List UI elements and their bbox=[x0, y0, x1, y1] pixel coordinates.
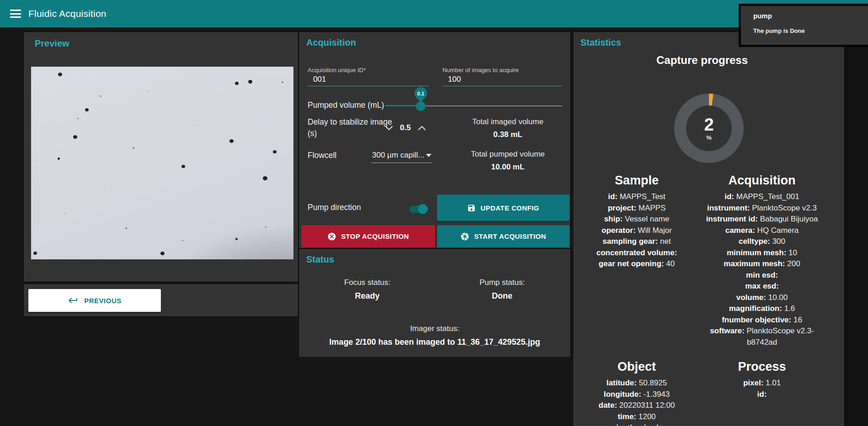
slider-handle[interactable] bbox=[416, 101, 426, 111]
plankton-particle bbox=[235, 82, 239, 85]
acquisition-id-value[interactable]: 001 bbox=[308, 75, 429, 84]
toggle-knob[interactable] bbox=[418, 204, 428, 214]
plankton-particle bbox=[133, 147, 134, 149]
cancel-icon bbox=[327, 232, 336, 241]
stat-row: longitude: -1.3943 bbox=[574, 389, 699, 400]
plankton-particle bbox=[77, 118, 79, 119]
num-images-field[interactable]: Number of images to acquire 100 bbox=[442, 67, 562, 86]
page-title: Fluidic Acquisition bbox=[28, 8, 107, 19]
imager-status-value: Image 2/100 has been imaged to 11_36_17_… bbox=[300, 337, 570, 347]
input-underline bbox=[442, 86, 562, 86]
section-heading: Process bbox=[699, 360, 825, 374]
stat-row: id: bbox=[699, 389, 825, 400]
gauge-value: 2 bbox=[704, 116, 714, 133]
stat-row: latitude: 50.8925 bbox=[574, 378, 699, 389]
plankton-particle bbox=[229, 139, 234, 143]
stat-row: time: 1200 bbox=[574, 411, 699, 423]
start-acquisition-label: START ACQUISITION bbox=[474, 232, 546, 240]
start-acquisition-button[interactable]: START ACQUISITION bbox=[437, 225, 570, 247]
plankton-particle bbox=[235, 238, 238, 240]
app-header: Fluidic Acquisition bbox=[0, 0, 868, 27]
stat-row: max esd: bbox=[699, 281, 825, 292]
plankton-particle bbox=[181, 165, 185, 168]
plankton-particle bbox=[148, 91, 149, 92]
navigation-panel: PREVIOUS bbox=[24, 284, 298, 316]
pump-status-label: Pump status: bbox=[435, 278, 570, 287]
input-underline bbox=[308, 86, 429, 86]
stats-section-acquisition: Acquisitionid: MAPPS_Test_001instrument:… bbox=[699, 174, 825, 348]
stat-row: pixel: 1.01 bbox=[699, 378, 825, 389]
plankton-particle bbox=[33, 252, 37, 255]
update-config-button[interactable]: UPDATE CONFIG bbox=[437, 195, 570, 221]
dropdown-caret-icon bbox=[426, 154, 431, 157]
status-panel-title: Status bbox=[306, 254, 334, 265]
section-heading: Acquisition bbox=[699, 174, 825, 188]
total-imaged-volume: Total imaged volume 0.38 mL bbox=[451, 117, 565, 139]
plankton-particle bbox=[265, 226, 266, 228]
capture-progress-title: Capture progress bbox=[574, 54, 830, 67]
total-pumped-value: 10.00 mL bbox=[451, 163, 565, 172]
plankton-particle bbox=[213, 203, 214, 204]
delay-value[interactable]: 0.5 bbox=[400, 123, 411, 132]
acquisition-id-field[interactable]: Acquisition unique ID* 001 bbox=[308, 67, 429, 86]
focus-status: Focus status: Ready bbox=[300, 278, 435, 301]
section-heading: Object bbox=[574, 360, 699, 374]
status-panel: Status Focus status: Ready Pump status: … bbox=[299, 249, 570, 357]
stat-row: volume: 10.00 bbox=[699, 292, 825, 304]
menu-icon[interactable] bbox=[10, 10, 21, 18]
stat-row: operator: Will Major bbox=[574, 225, 699, 237]
imager-status: Imager status: Image 2/100 has been imag… bbox=[300, 324, 570, 347]
plankton-particle bbox=[64, 213, 65, 214]
stop-acquisition-button[interactable]: STOP ACQUISITION bbox=[301, 225, 435, 247]
flowcell-dropdown[interactable]: 300 µm capill... bbox=[371, 151, 432, 163]
focus-status-value: Ready bbox=[300, 291, 435, 301]
num-images-label: Number of images to acquire bbox=[442, 67, 562, 74]
acquisition-panel: Acquisition Acquisition unique ID* 001 N… bbox=[299, 32, 570, 248]
plankton-particle bbox=[85, 108, 89, 111]
pump-direction-toggle[interactable] bbox=[410, 205, 426, 213]
notification-title: pump bbox=[753, 12, 868, 20]
return-arrow-icon bbox=[68, 295, 79, 306]
plankton-particle bbox=[73, 135, 77, 139]
plankton-particle bbox=[273, 150, 277, 153]
stat-row: concentrated volume: bbox=[574, 247, 699, 259]
stat-row: date: 20220311 12:00 bbox=[574, 400, 699, 411]
total-imaged-value: 0.38 mL bbox=[451, 130, 565, 139]
plankton-particle bbox=[160, 252, 165, 255]
update-config-label: UPDATE CONFIG bbox=[480, 204, 539, 212]
plankton-particle bbox=[182, 240, 183, 241]
save-icon bbox=[467, 204, 476, 212]
num-images-value[interactable]: 100 bbox=[442, 75, 562, 84]
delay-label: Delay to stabilize image (s) bbox=[308, 116, 394, 139]
delay-stepper: 0.5 bbox=[384, 123, 426, 132]
slider-fill bbox=[385, 105, 421, 106]
stat-row: celltype: 300 bbox=[699, 236, 825, 247]
stat-row: depth min: 1 bbox=[574, 422, 699, 426]
chevron-up-icon[interactable] bbox=[417, 125, 426, 131]
stat-row: min esd: bbox=[699, 270, 825, 281]
statistics-sections: Sampleid: MAPPS_Testproject: MAPPSship: … bbox=[574, 174, 825, 426]
slider-value: 0.1 bbox=[415, 87, 427, 100]
stat-row: instrument: PlanktoScope v2.3 bbox=[699, 203, 825, 214]
pumped-volume-slider[interactable]: 0.1 bbox=[385, 101, 562, 110]
pump-direction-label: Pump direction bbox=[308, 203, 361, 212]
stat-row: gear net opening: 40 bbox=[574, 258, 699, 270]
acquisition-id-label: Acquisition unique ID* bbox=[308, 67, 429, 74]
pump-status: Pump status: Done bbox=[435, 278, 570, 301]
pumped-volume-label: Pumped volume (mL) bbox=[308, 100, 384, 110]
previous-button-label: PREVIOUS bbox=[84, 297, 122, 305]
previous-button[interactable]: PREVIOUS bbox=[28, 289, 161, 312]
total-imaged-label: Total imaged volume bbox=[451, 117, 565, 126]
statistics-panel: Statistics Capture progress 2 % Sampleid… bbox=[574, 32, 844, 426]
stat-row: project: MAPPS bbox=[574, 203, 699, 214]
chevron-down-icon[interactable] bbox=[384, 125, 394, 131]
pump-notification-toast[interactable]: pump The pump is Done bbox=[739, 4, 868, 47]
imager-status-label: Imager status: bbox=[300, 324, 570, 333]
background-void bbox=[844, 27, 868, 426]
preview-panel-title: Preview bbox=[35, 38, 69, 49]
shutter-icon bbox=[460, 232, 469, 241]
plankton-particle bbox=[58, 158, 60, 160]
stop-acquisition-label: STOP ACQUISITION bbox=[341, 232, 409, 240]
stat-row: software: PlanktoScope v2.3-b8742ad bbox=[699, 326, 825, 348]
dropdown-underline bbox=[371, 163, 432, 163]
